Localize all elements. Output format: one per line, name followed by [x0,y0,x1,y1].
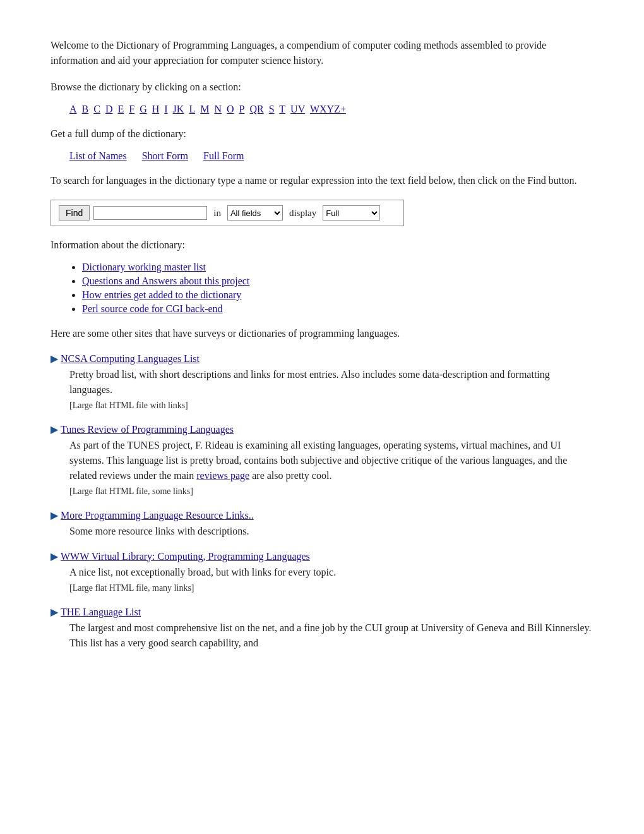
alpha-G[interactable]: G [140,104,147,114]
tunes-body: As part of the TUNES project, F. Rideau … [69,438,593,498]
search-section: To search for languages in the dictionar… [51,173,593,226]
the-lang-description: The largest and most comprehensive list … [69,622,591,648]
search-input[interactable] [93,206,207,220]
arrow-icon: ▶ [51,509,58,521]
alpha-N[interactable]: N [214,104,222,114]
full-form-link[interactable]: Full Form [203,150,244,161]
vl-link[interactable]: WWW Virtual Library: Computing, Programm… [61,551,310,562]
alpha-JK[interactable]: JK [173,104,184,114]
alpha-UV[interactable]: UV [290,104,305,114]
alpha-D[interactable]: D [105,104,113,114]
perl-link[interactable]: Perl source code for CGI back-end [82,303,223,314]
alpha-WXYZ[interactable]: WXYZ+ [310,104,346,114]
dump-links: List of Names Short Form Full Form [69,150,593,162]
intro-text: Welcome to the Dictionary of Programming… [51,38,593,68]
more-links-description: Some more resource links with descriptio… [69,526,249,536]
dump-section: Get a full dump of the dictionary: List … [51,126,593,162]
alpha-A[interactable]: A [69,104,77,114]
vl-description: A nice list, not exceptionally broad, bu… [69,567,336,577]
browse-label: Browse the dictionary by clicking on a s… [51,80,593,95]
alpha-F[interactable]: F [129,104,134,114]
alpha-E[interactable]: E [117,104,124,114]
other-sites-section: Here are some other sites that have surv… [51,326,593,651]
fields-select[interactable]: All fields Name Description [227,205,283,221]
find-button[interactable]: Find [59,205,90,221]
alpha-O[interactable]: O [227,104,234,114]
display-label: display [289,208,316,219]
site-vl-title-row: ▶ WWW Virtual Library: Computing, Progra… [51,550,593,562]
site-tunes: ▶ Tunes Review of Programming Languages … [51,423,593,498]
vl-file-note: [Large flat HTML file, many links] [69,581,593,595]
arrow-icon: ▶ [51,606,58,618]
tunes-link[interactable]: Tunes Review of Programming Languages [61,424,234,435]
vl-body: A nice list, not exceptionally broad, bu… [69,565,593,595]
list-item: Perl source code for CGI back-end [82,303,593,315]
display-select[interactable]: Full Short Names only [323,205,380,221]
dump-label: Get a full dump of the dictionary: [51,126,593,142]
site-the-title-row: ▶ THE Language List [51,606,593,618]
alpha-S[interactable]: S [269,104,275,114]
search-form: Find in All fields Name Description disp… [51,200,404,226]
dict-master-link[interactable]: Dictionary working master list [82,262,206,272]
ncsa-description: Pretty broad list, with short descriptio… [69,369,550,395]
alpha-I[interactable]: I [164,104,167,114]
browse-section: Browse the dictionary by clicking on a s… [51,80,593,115]
ncsa-link[interactable]: NCSA Computing Languages List [61,353,200,365]
alpha-H[interactable]: H [152,104,160,114]
alpha-B[interactable]: B [82,104,89,114]
short-form-link[interactable]: Short Form [142,150,188,161]
site-www-vl: ▶ WWW Virtual Library: Computing, Progra… [51,550,593,595]
arrow-icon: ▶ [51,550,58,562]
tunes-file-note: [Large flat HTML file, some links] [69,485,593,498]
alpha-L[interactable]: L [189,104,195,114]
in-label: in [213,208,221,219]
qa-link[interactable]: Questions and Answers about this project [82,275,249,286]
info-list: Dictionary working master list Questions… [82,262,593,315]
more-links-link[interactable]: More Programming Language Resource Links… [61,510,254,521]
info-label: Information about the dictionary: [51,238,593,253]
arrow-icon: ▶ [51,423,58,435]
ncsa-file-note: [Large flat HTML file with links] [69,399,593,412]
entries-link[interactable]: How entries get added to the dictionary [82,289,241,300]
tunes-reviews-link[interactable]: reviews page [196,470,249,481]
site-tunes-title-row: ▶ Tunes Review of Programming Languages [51,423,593,435]
list-of-names-link[interactable]: List of Names [69,150,127,161]
more-links-body: Some more resource links with descriptio… [69,524,593,539]
alpha-M[interactable]: M [200,104,209,114]
arrow-icon: ▶ [51,353,58,365]
info-section: Information about the dictionary: Dictio… [51,238,593,315]
list-item: Dictionary working master list [82,262,593,273]
search-instruction: To search for languages in the dictionar… [51,173,593,188]
list-item: Questions and Answers about this project [82,275,593,287]
alpha-QR[interactable]: QR [249,104,263,114]
intro-section: Welcome to the Dictionary of Programming… [51,38,593,68]
tunes-description-after: are also pretty cool. [249,470,331,481]
site-ncsa-title-row: ▶ NCSA Computing Languages List [51,353,593,365]
other-sites-label: Here are some other sites that have surv… [51,326,593,341]
alphabet-links: A B C D E F G H I JK L M N O P QR S T UV… [69,104,593,115]
ncsa-body: Pretty broad list, with short descriptio… [69,367,593,412]
alpha-C[interactable]: C [93,104,100,114]
site-the-lang: ▶ THE Language List The largest and most… [51,606,593,651]
list-item: How entries get added to the dictionary [82,289,593,301]
site-more-links: ▶ More Programming Language Resource Lin… [51,509,593,539]
the-lang-body: The largest and most comprehensive list … [69,620,593,651]
site-more-title-row: ▶ More Programming Language Resource Lin… [51,509,593,521]
the-lang-link[interactable]: THE Language List [61,607,141,618]
site-ncsa: ▶ NCSA Computing Languages List Pretty b… [51,353,593,412]
alpha-T[interactable]: T [279,104,285,114]
alpha-P[interactable]: P [239,104,245,114]
